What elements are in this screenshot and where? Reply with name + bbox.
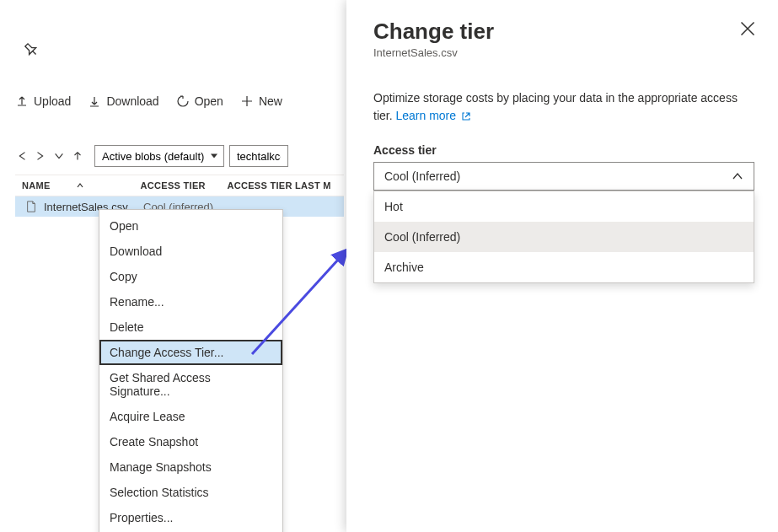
up-icon[interactable] bbox=[71, 149, 84, 163]
open-icon bbox=[176, 94, 190, 108]
access-tier-label: Access tier bbox=[373, 143, 754, 157]
change-tier-panel: Change tier InternetSales.csv Optimize s… bbox=[346, 0, 778, 532]
table-header: NAME ACCESS TIER ACCESS TIER LAST M bbox=[15, 175, 344, 196]
context-menu-item[interactable]: Change Access Tier... bbox=[99, 340, 282, 365]
chevron-down-icon[interactable] bbox=[52, 149, 66, 163]
upload-icon bbox=[15, 94, 29, 108]
toolbar: Upload Download Open New bbox=[15, 94, 282, 108]
new-button[interactable]: New bbox=[240, 94, 282, 108]
col-tier-label: ACCESS TIER bbox=[141, 180, 228, 191]
plus-icon bbox=[240, 94, 254, 108]
context-menu-item[interactable]: Properties... bbox=[99, 505, 282, 530]
external-link-icon bbox=[461, 111, 471, 121]
context-menu: OpenDownloadCopyRename...DeleteChange Ac… bbox=[99, 209, 283, 532]
panel-description: Optimize storage costs by placing your d… bbox=[373, 89, 754, 125]
download-label: Download bbox=[106, 94, 158, 108]
back-icon[interactable] bbox=[15, 149, 29, 163]
upload-label: Upload bbox=[34, 94, 71, 108]
nav-row: Active blobs (default) bbox=[15, 145, 288, 167]
learn-more-label: Learn more bbox=[395, 109, 456, 122]
sort-icon bbox=[76, 181, 84, 190]
open-label: Open bbox=[195, 94, 223, 108]
file-icon bbox=[25, 201, 37, 212]
context-menu-item[interactable]: Download bbox=[99, 239, 282, 264]
upload-button[interactable]: Upload bbox=[15, 94, 71, 108]
new-label: New bbox=[259, 94, 282, 108]
dropdown-list: HotCool (Inferred)Archive bbox=[373, 191, 754, 283]
context-menu-item[interactable]: Copy bbox=[99, 264, 282, 289]
download-button[interactable]: Download bbox=[88, 94, 158, 108]
context-menu-item[interactable]: Get Shared Access Signature... bbox=[99, 365, 282, 404]
breadcrumb-input[interactable] bbox=[229, 145, 288, 167]
dropdown-option[interactable]: Cool (Inferred) bbox=[374, 222, 754, 252]
panel-subtitle: InternetSales.csv bbox=[373, 46, 754, 59]
dropdown-option[interactable]: Archive bbox=[374, 252, 754, 282]
download-icon bbox=[88, 94, 101, 108]
close-button[interactable] bbox=[739, 20, 756, 37]
forward-icon[interactable] bbox=[34, 149, 47, 163]
pin-icon[interactable] bbox=[24, 42, 39, 57]
dropdown-button[interactable]: Cool (Inferred) bbox=[373, 162, 754, 191]
context-menu-item[interactable]: Rename... bbox=[99, 289, 282, 314]
context-menu-item[interactable]: Create Snapshot bbox=[99, 429, 282, 454]
learn-more-link[interactable]: Learn more bbox=[395, 109, 470, 122]
chevron-up-icon bbox=[732, 170, 743, 182]
col-name-label: NAME bbox=[22, 180, 51, 191]
open-button[interactable]: Open bbox=[176, 94, 223, 108]
dropdown-selected: Cool (Inferred) bbox=[384, 169, 460, 183]
close-icon bbox=[739, 20, 756, 37]
blob-filter-select[interactable]: Active blobs (default) bbox=[94, 145, 224, 167]
context-menu-item[interactable]: Selection Statistics bbox=[99, 480, 282, 505]
col-modified-label: ACCESS TIER LAST M bbox=[227, 180, 344, 191]
access-tier-dropdown: Cool (Inferred) HotCool (Inferred)Archiv… bbox=[373, 162, 754, 191]
context-menu-item[interactable]: Delete bbox=[99, 314, 282, 340]
dropdown-option[interactable]: Hot bbox=[374, 191, 754, 222]
panel-title: Change tier bbox=[373, 19, 754, 45]
context-menu-item[interactable]: Acquire Lease bbox=[99, 404, 282, 429]
context-menu-item[interactable]: Manage Snapshots bbox=[99, 454, 282, 480]
context-menu-item[interactable]: Open bbox=[99, 213, 282, 239]
